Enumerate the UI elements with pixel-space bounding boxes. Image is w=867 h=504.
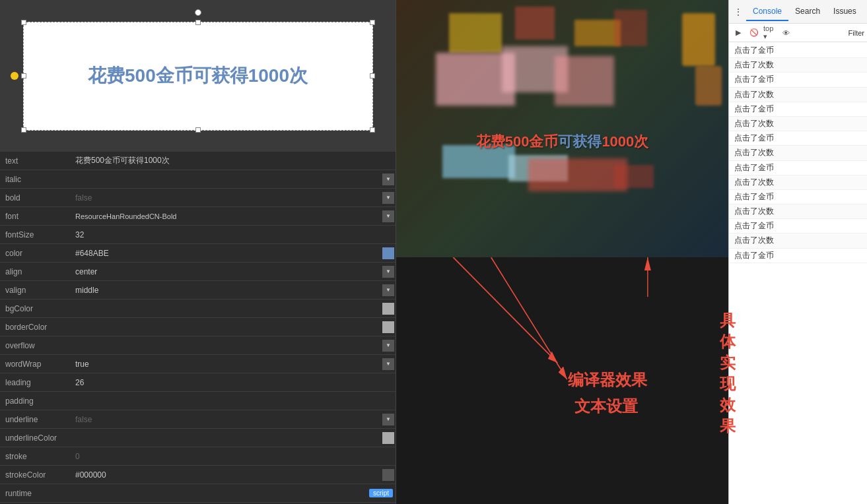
game-text-blue: 可获得 (558, 133, 602, 150)
italic-dropdown[interactable] (382, 173, 394, 185)
console-item: 点击了金币 (729, 73, 867, 87)
console-menu-btn[interactable]: ⋮ (732, 5, 745, 18)
console-item: 点击了金币 (729, 102, 867, 117)
console-item: 点击了次数 (729, 205, 867, 219)
prop-label-runtime: runtime (0, 489, 73, 498)
prop-label-color: color (0, 249, 73, 258)
underlinecolor-swatch[interactable] (382, 432, 394, 444)
prop-row-bold: bold false (0, 189, 396, 207)
prop-label-leading: leading (0, 378, 73, 387)
game-preview: 花费500金币可获得1000次 (396, 0, 728, 257)
console-item: 点击了金币 (729, 131, 867, 146)
prop-row-underlinecolor: underlineColor (0, 429, 396, 447)
underline-dropdown[interactable] (382, 414, 394, 425)
prop-value-font[interactable]: ResourceHanRoundedCN-Bold (73, 212, 382, 220)
bordercolor-swatch[interactable] (382, 321, 394, 333)
console-stop-btn[interactable]: 🚫 (747, 26, 761, 40)
console-tabs: ⋮ Console Search Issues (729, 0, 867, 24)
prop-label-bold: bold (0, 193, 73, 203)
console-item: 点击了金币 (729, 190, 867, 205)
prop-row-bordercolor: borderColor (0, 318, 396, 336)
handle-bl[interactable] (21, 127, 26, 133)
prop-label-underlinecolor: underlineColor (0, 433, 73, 443)
annotation-text-setting: 文本设置 (574, 396, 638, 417)
arrows-svg (396, 257, 728, 504)
prop-label-valign: valign (0, 286, 73, 295)
console-item: 点击了次数 (729, 234, 867, 248)
properties-panel: text 花费500金币可获得1000次 italic bold false f… (0, 152, 396, 504)
pixel-blocks (396, 0, 728, 257)
game-text-red: 花费500金币 (476, 133, 559, 150)
canvas-element[interactable]: 花费500金币可获得1000次 (23, 22, 373, 131)
prop-row-leading: leading 26 (0, 373, 396, 392)
console-filter-label[interactable]: Filter (849, 29, 864, 37)
handle-br[interactable] (370, 127, 375, 133)
console-item: 点击了金币 (729, 219, 867, 234)
valign-dropdown[interactable] (382, 284, 394, 296)
middle-panel: 花费500金币可获得1000次 (396, 0, 728, 504)
tab-search[interactable]: Search (788, 3, 827, 21)
annotation-preview: 具体实现效果 (720, 310, 736, 437)
rotate-handle[interactable] (195, 9, 201, 16)
game-text-overlay: 花费500金币可获得1000次 (476, 132, 649, 152)
prop-value-strokecolor[interactable]: #000000 (73, 470, 382, 480)
prop-row-italic: italic (0, 170, 396, 189)
prop-label-stroke: stroke (0, 452, 73, 461)
color-swatch[interactable] (382, 247, 394, 259)
console-item: 点击了金币 (729, 161, 867, 175)
prop-row-color: color #648ABE (0, 244, 396, 263)
prop-label-text: text (0, 156, 73, 166)
prop-value-bold[interactable]: false (73, 193, 382, 203)
game-text-red2: 1000次 (602, 133, 648, 150)
tab-console[interactable]: Console (746, 3, 788, 21)
console-eye-btn[interactable]: 👁 (779, 26, 792, 40)
prop-row-overflow: overflow (0, 336, 396, 355)
prop-row-stroke: stroke 0 (0, 447, 396, 466)
svg-line-0 (453, 257, 557, 363)
pivot-handle[interactable] (11, 72, 18, 80)
bgcolor-swatch[interactable] (382, 303, 394, 315)
prop-label-bordercolor: borderColor (0, 323, 73, 332)
svg-line-1 (491, 257, 567, 379)
prop-value-align[interactable]: center (73, 267, 382, 276)
prop-value-fontsize[interactable]: 32 (73, 230, 396, 239)
main-container: 花费500金币可获得1000次 text 花费500金币可获得1000次 ita… (0, 0, 867, 504)
prop-value-stroke[interactable]: 0 (73, 452, 396, 461)
prop-value-valign[interactable]: middle (73, 286, 382, 295)
canvas-text: 花费500金币可获得1000次 (88, 63, 308, 88)
prop-row-valign: valign middle (0, 281, 396, 299)
prop-value-color[interactable]: #648ABE (73, 249, 382, 258)
console-item: 点击了金币 (729, 44, 867, 58)
bold-dropdown[interactable] (382, 192, 394, 204)
prop-row-text: text 花费500金币可获得1000次 (0, 152, 396, 170)
prop-row-fontsize: fontSize 32 (0, 226, 396, 244)
wordwrap-dropdown[interactable] (382, 358, 394, 370)
handle-tr[interactable] (370, 20, 375, 25)
handle-ml[interactable] (21, 73, 26, 79)
prop-value-leading[interactable]: 26 (73, 378, 396, 387)
prop-label-italic: italic (0, 175, 73, 184)
script-badge[interactable]: script (369, 489, 393, 497)
handle-mr[interactable] (370, 73, 375, 79)
console-list: 点击了金币点击了次数点击了金币点击了次数点击了金币点击了次数点击了金币点击了次数… (729, 42, 867, 504)
handle-tm[interactable] (195, 20, 201, 25)
font-dropdown[interactable] (382, 210, 394, 222)
console-item: 点击了次数 (729, 58, 867, 73)
console-run-btn[interactable]: ▶ (732, 26, 745, 40)
prop-label-font: font (0, 212, 73, 221)
strokecolor-swatch[interactable] (382, 469, 394, 481)
handle-bm[interactable] (195, 127, 201, 133)
prop-value-underline[interactable]: false (73, 415, 382, 424)
canvas-area: 花费500金币可获得1000次 (0, 0, 396, 152)
prop-value-text[interactable]: 花费500金币可获得1000次 (73, 155, 396, 166)
handle-tl[interactable] (21, 20, 26, 25)
console-item: 点击了金币 (729, 249, 867, 263)
overflow-dropdown[interactable] (382, 340, 394, 352)
tab-issues[interactable]: Issues (827, 3, 863, 21)
console-item: 点击了次数 (729, 175, 867, 190)
prop-value-wordwrap[interactable]: true (73, 360, 382, 369)
left-panel: 花费500金币可获得1000次 text 花费500金币可获得1000次 ita… (0, 0, 396, 504)
prop-label-align: align (0, 267, 73, 276)
prop-label-fontsize: fontSize (0, 230, 73, 239)
align-dropdown[interactable] (382, 266, 394, 278)
